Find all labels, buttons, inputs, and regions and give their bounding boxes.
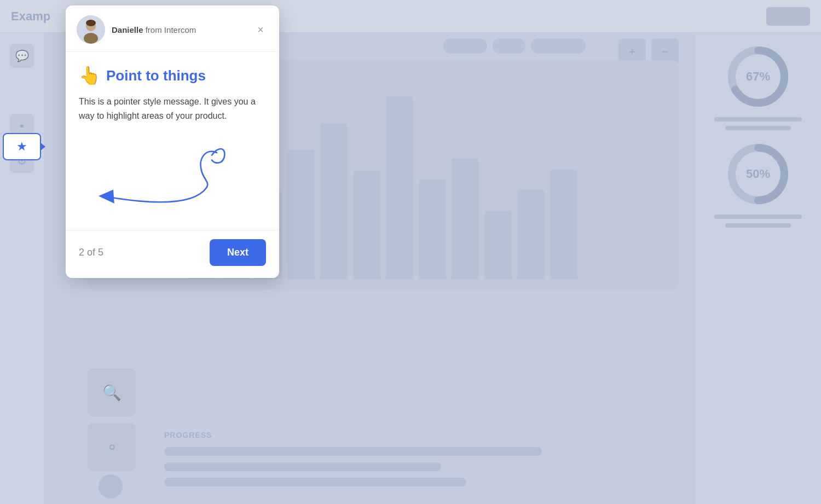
svg-point-8 [86, 20, 95, 25]
popup-card: Danielle from Intercom × 👆 Point to thin… [66, 5, 279, 278]
star-highlight-box[interactable]: ★ [3, 133, 41, 160]
avatar [77, 15, 105, 44]
popup-emoji: 👆 [79, 65, 101, 86]
popup-title: Point to things [106, 67, 206, 84]
popup-body: 👆 Point to things This is a pointer styl… [66, 52, 279, 230]
svg-marker-9 [99, 190, 114, 204]
svg-point-6 [84, 33, 98, 44]
popup-progress-text: 2 of 5 [79, 247, 103, 258]
highlighted-element: ★ [0, 131, 44, 162]
popup-sender-org: from Intercom [146, 25, 196, 34]
popup-title-row: 👆 Point to things [79, 65, 266, 86]
popup-footer: 2 of 5 Next [66, 230, 279, 278]
arrow-drawing [79, 134, 266, 221]
close-button[interactable]: × [253, 22, 268, 37]
popup-sender-info: Danielle from Intercom [112, 25, 246, 34]
popup-sender-text: Danielle from Intercom [112, 25, 246, 34]
popup-description: This is a pointer style message. It give… [79, 95, 266, 123]
popup-sender-name: Danielle [112, 25, 143, 34]
next-button[interactable]: Next [210, 239, 266, 266]
popup-header: Danielle from Intercom × [66, 5, 279, 52]
